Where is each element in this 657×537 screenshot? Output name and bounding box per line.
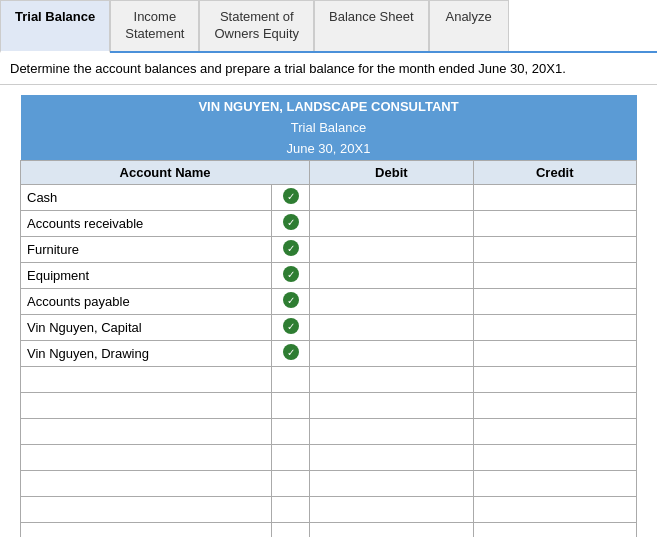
account-name: Accounts payable <box>21 288 272 314</box>
main-content: VIN NGUYEN, LANDSCAPE CONSULTANT Trial B… <box>0 85 657 537</box>
account-name: Accounts receivable <box>21 210 272 236</box>
checkmark-icon <box>283 292 299 308</box>
check-col <box>272 392 310 418</box>
tab-bar: Trial Balance Income Statement Statement… <box>0 0 657 53</box>
account-name <box>21 522 272 537</box>
checkmark-icon <box>283 318 299 334</box>
table-row: Cash <box>21 184 637 210</box>
table-row <box>21 496 637 522</box>
tab-income-statement[interactable]: Income Statement <box>110 0 199 51</box>
table-row: Accounts payable <box>21 288 637 314</box>
credit-cell[interactable] <box>473 262 636 288</box>
table-row <box>21 366 637 392</box>
debit-cell[interactable] <box>310 184 473 210</box>
table-row: Vin Nguyen, Capital <box>21 314 637 340</box>
credit-cell[interactable] <box>473 496 636 522</box>
account-name <box>21 366 272 392</box>
table-row <box>21 444 637 470</box>
debit-cell[interactable] <box>310 496 473 522</box>
credit-cell[interactable] <box>473 184 636 210</box>
check-col <box>272 236 310 262</box>
check-col <box>272 418 310 444</box>
debit-cell[interactable] <box>310 444 473 470</box>
account-name: Furniture <box>21 236 272 262</box>
credit-cell[interactable] <box>473 366 636 392</box>
credit-cell[interactable] <box>473 236 636 262</box>
table-date: June 30, 20X1 <box>21 137 637 161</box>
col-header-credit: Credit <box>473 160 636 184</box>
tab-balance-sheet[interactable]: Balance Sheet <box>314 0 429 51</box>
credit-cell[interactable] <box>473 288 636 314</box>
table-row: Equipment <box>21 262 637 288</box>
table-row: Accounts receivable <box>21 210 637 236</box>
table-row: Vin Nguyen, Drawing <box>21 340 637 366</box>
credit-cell[interactable] <box>473 444 636 470</box>
check-col <box>272 470 310 496</box>
debit-cell[interactable] <box>310 314 473 340</box>
account-name: Cash <box>21 184 272 210</box>
debit-cell[interactable] <box>310 210 473 236</box>
checkmark-icon <box>283 266 299 282</box>
checkmark-icon <box>283 344 299 360</box>
account-name: Vin Nguyen, Capital <box>21 314 272 340</box>
tab-analyze[interactable]: Analyze <box>429 0 509 51</box>
col-header-account: Account Name <box>21 160 310 184</box>
account-name <box>21 418 272 444</box>
table-row <box>21 470 637 496</box>
account-name <box>21 444 272 470</box>
company-name: VIN NGUYEN, LANDSCAPE CONSULTANT <box>21 95 637 118</box>
credit-cell[interactable] <box>473 210 636 236</box>
col-header-debit: Debit <box>310 160 473 184</box>
credit-cell[interactable] <box>473 418 636 444</box>
debit-cell[interactable] <box>310 340 473 366</box>
credit-cell[interactable] <box>473 314 636 340</box>
account-name: Vin Nguyen, Drawing <box>21 340 272 366</box>
check-col <box>272 522 310 537</box>
checkmark-icon <box>283 214 299 230</box>
table-row <box>21 392 637 418</box>
account-name: Equipment <box>21 262 272 288</box>
debit-cell[interactable] <box>310 236 473 262</box>
tab-owners-equity[interactable]: Statement of Owners Equity <box>199 0 314 51</box>
credit-cell[interactable] <box>473 340 636 366</box>
debit-cell[interactable] <box>310 522 473 537</box>
debit-cell[interactable] <box>310 288 473 314</box>
check-col <box>272 496 310 522</box>
table-row: Furniture <box>21 236 637 262</box>
check-col <box>272 184 310 210</box>
check-col <box>272 444 310 470</box>
account-name <box>21 496 272 522</box>
debit-cell[interactable] <box>310 392 473 418</box>
check-col <box>272 210 310 236</box>
debit-cell[interactable] <box>310 470 473 496</box>
instruction-text: Determine the account balances and prepa… <box>0 53 657 85</box>
check-col <box>272 262 310 288</box>
trial-balance-table: VIN NGUYEN, LANDSCAPE CONSULTANT Trial B… <box>20 95 637 537</box>
credit-cell[interactable] <box>473 522 636 537</box>
table-title: Trial Balance <box>21 118 637 137</box>
table-row <box>21 522 637 537</box>
debit-cell[interactable] <box>310 262 473 288</box>
account-name <box>21 392 272 418</box>
tab-trial-balance[interactable]: Trial Balance <box>0 0 110 53</box>
account-name <box>21 470 272 496</box>
debit-cell[interactable] <box>310 366 473 392</box>
check-col <box>272 288 310 314</box>
debit-cell[interactable] <box>310 418 473 444</box>
credit-cell[interactable] <box>473 392 636 418</box>
check-col <box>272 314 310 340</box>
table-row <box>21 418 637 444</box>
check-col <box>272 340 310 366</box>
checkmark-icon <box>283 240 299 256</box>
checkmark-icon <box>283 188 299 204</box>
check-col <box>272 366 310 392</box>
credit-cell[interactable] <box>473 470 636 496</box>
